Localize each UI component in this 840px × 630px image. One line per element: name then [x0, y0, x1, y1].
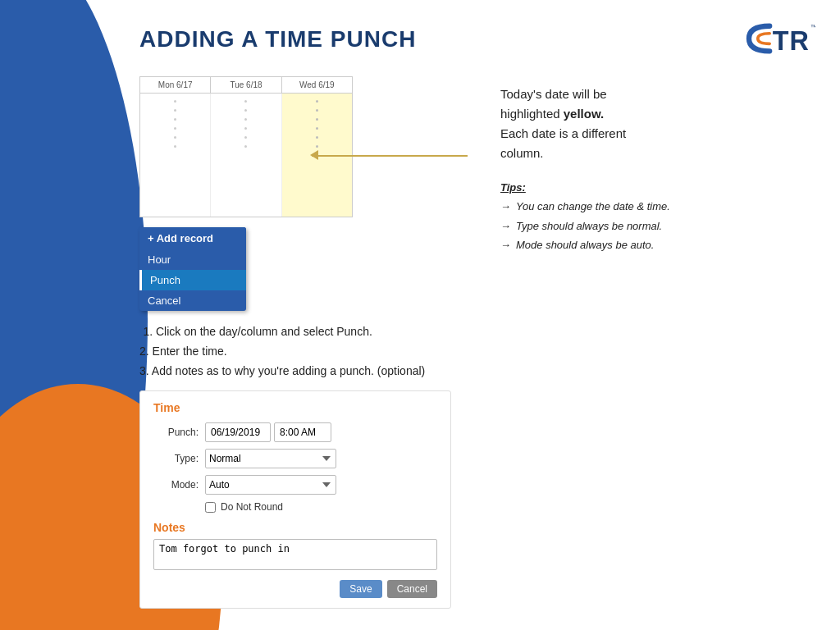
ctr-logo-svg: T R ™	[742, 16, 815, 62]
context-menu-hour[interactable]: Hour	[139, 249, 246, 270]
instruction-step3: 3. Add notes as to why you're adding a p…	[139, 362, 484, 381]
highlight-line2-bold: yellow.	[564, 107, 604, 121]
mode-row: Mode: Auto Manual	[153, 475, 437, 495]
svg-text:R: R	[790, 26, 809, 56]
notes-section: Notes Tom forgot to punch in Save Cancel	[153, 521, 437, 598]
page-header: ADDING A TIME PUNCH T R ™	[139, 16, 815, 62]
do-not-round-checkbox[interactable]	[205, 502, 216, 513]
punch-row: Punch:	[153, 422, 437, 442]
type-select[interactable]: Normal Overtime Break	[205, 449, 336, 468]
punch-date-input[interactable]	[205, 422, 271, 442]
time-section-label: Time	[153, 401, 437, 414]
cal-header-tue: Tue 6/18	[211, 77, 281, 93]
tip2-text: Type should always be normal.	[516, 217, 662, 235]
cancel-button[interactable]: Cancel	[387, 580, 437, 598]
context-menu-punch[interactable]: Punch	[139, 270, 246, 290]
logo: T R ™	[742, 16, 815, 62]
tip1-line: → You can change the date & time.	[500, 197, 815, 216]
mode-select[interactable]: Auto Manual	[205, 475, 336, 495]
cal-col-tue	[211, 94, 281, 217]
calendar-header: Mon 6/17 Tue 6/18 Wed 6/19	[140, 77, 352, 94]
arrow-line	[312, 155, 468, 157]
highlight-line4: column.	[500, 146, 544, 160]
svg-text:™: ™	[810, 24, 815, 31]
cal-header-wed: Wed 6/19	[282, 77, 352, 93]
save-button[interactable]: Save	[340, 580, 381, 598]
highlight-text-box: Today's date will be highlighted yellow.…	[500, 84, 815, 163]
arrow-head	[310, 150, 318, 160]
highlight-line1: Today's date will be	[500, 87, 607, 101]
highlight-line3: Each date is a different	[500, 126, 626, 140]
do-not-round-label: Do Not Round	[221, 501, 283, 513]
left-panel: Mon 6/17 Tue 6/18 Wed 6/19	[139, 76, 484, 609]
tip2-arrow: →	[500, 217, 511, 235]
form-section: Time Punch: Type: Normal Overtime Break …	[139, 390, 451, 609]
context-menu-header: + Add record	[139, 227, 246, 249]
main-area: Mon 6/17 Tue 6/18 Wed 6/19	[139, 76, 815, 609]
context-menu-cancel[interactable]: Cancel	[139, 290, 246, 311]
tip3-arrow: →	[500, 235, 511, 254]
context-menu: + Add record Hour Punch Cancel	[139, 227, 246, 311]
cal-col-mon	[140, 94, 211, 217]
punch-time-input[interactable]	[274, 422, 331, 442]
tip3-text: Mode should always be auto.	[516, 235, 654, 254]
mode-label: Mode:	[153, 479, 199, 491]
right-panel: Today's date will be highlighted yellow.…	[500, 76, 815, 609]
calendar-mock: Mon 6/17 Tue 6/18 Wed 6/19	[139, 76, 353, 217]
tip1-arrow: →	[500, 197, 511, 216]
notes-textarea[interactable]: Tom forgot to punch in	[153, 539, 437, 570]
tips-section: Tips: → You can change the date & time. …	[500, 178, 815, 255]
punch-label: Punch:	[153, 427, 199, 438]
do-not-round-row: Do Not Round	[205, 501, 437, 513]
tip3-line: → Mode should always be auto.	[500, 235, 815, 254]
tip1-text: You can change the date & time.	[516, 197, 670, 216]
cal-header-mon: Mon 6/17	[140, 77, 211, 93]
highlight-line2-prefix: highlighted	[500, 107, 564, 121]
tips-title: Tips:	[500, 178, 815, 197]
svg-text:T: T	[773, 26, 789, 56]
type-row: Type: Normal Overtime Break	[153, 449, 437, 468]
instruction-step1: Click on the day/column and select Punch…	[156, 322, 484, 342]
type-label: Type:	[153, 453, 199, 464]
notes-section-label: Notes	[153, 521, 437, 534]
instructions: Click on the day/column and select Punch…	[139, 322, 484, 381]
form-buttons: Save Cancel	[153, 580, 437, 598]
page-title: ADDING A TIME PUNCH	[139, 26, 416, 52]
tip2-line: → Type should always be normal.	[500, 217, 815, 235]
instruction-step2: 2. Enter the time.	[139, 342, 484, 362]
